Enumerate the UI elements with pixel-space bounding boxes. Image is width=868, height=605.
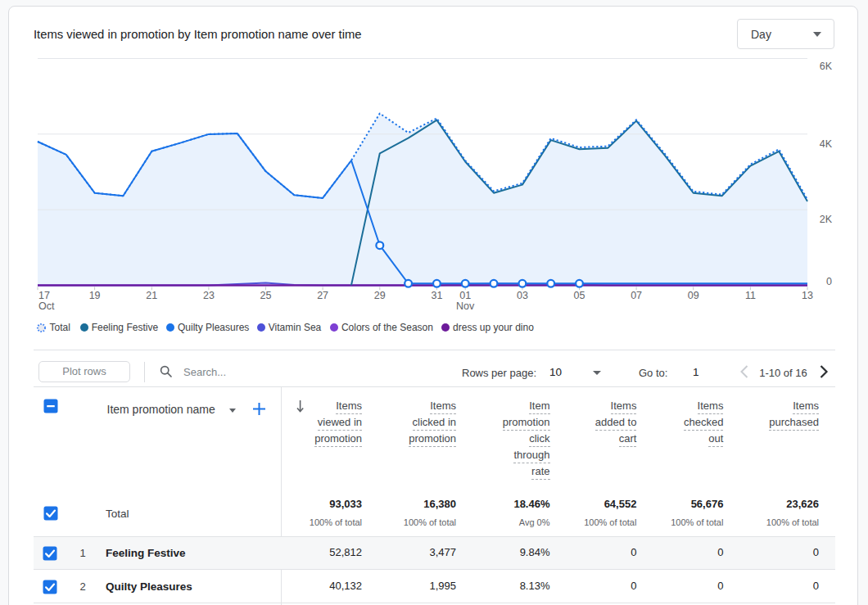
svg-text:0: 0 bbox=[826, 276, 832, 287]
svg-text:29: 29 bbox=[374, 290, 386, 301]
svg-text:01: 01 bbox=[459, 290, 471, 301]
svg-text:23: 23 bbox=[203, 290, 215, 301]
svg-text:Nov: Nov bbox=[456, 300, 475, 312]
svg-text:27: 27 bbox=[317, 290, 328, 301]
svg-text:31: 31 bbox=[431, 290, 442, 301]
svg-text:19: 19 bbox=[89, 290, 101, 301]
svg-text:17: 17 bbox=[38, 290, 50, 301]
svg-text:03: 03 bbox=[517, 290, 528, 301]
svg-text:05: 05 bbox=[574, 290, 585, 301]
svg-text:09: 09 bbox=[688, 290, 699, 301]
svg-text:13: 13 bbox=[802, 290, 813, 301]
svg-text:21: 21 bbox=[146, 290, 157, 301]
svg-text:07: 07 bbox=[631, 290, 642, 301]
svg-text:2K: 2K bbox=[820, 214, 833, 225]
svg-text:Oct: Oct bbox=[38, 300, 55, 312]
svg-text:4K: 4K bbox=[820, 138, 833, 150]
svg-text:6K: 6K bbox=[820, 61, 833, 72]
svg-text:11: 11 bbox=[745, 290, 756, 301]
svg-text:25: 25 bbox=[260, 290, 272, 301]
